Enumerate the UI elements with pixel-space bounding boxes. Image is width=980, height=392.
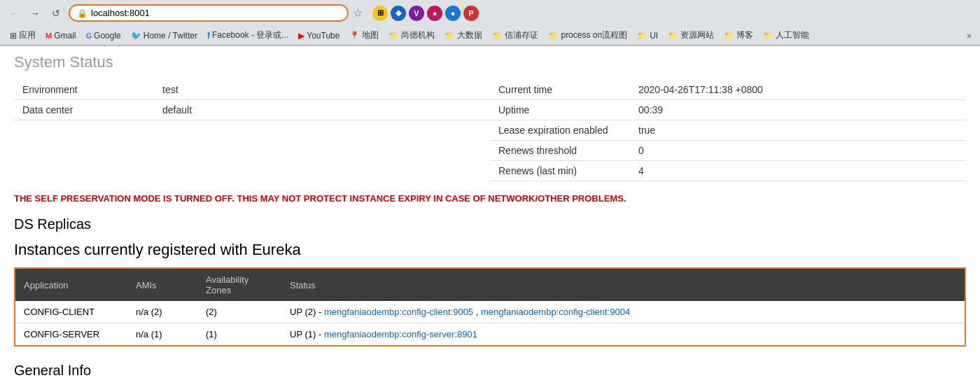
folder-icon-5: 📁: [637, 31, 648, 41]
bookmark-blog[interactable]: 📁 博客: [720, 28, 757, 43]
row-value: default: [154, 100, 490, 120]
youtube-icon: ▶: [298, 31, 304, 41]
bookmark-star-button[interactable]: ☆: [353, 6, 363, 20]
table-row: Renews threshold0: [490, 141, 966, 161]
bookmark-xinpu[interactable]: 📁 信浦存证: [488, 28, 542, 43]
info-tables: EnvironmenttestData centerdefault Curren…: [14, 80, 966, 181]
app-name: CONFIG-CLIENT: [15, 301, 127, 323]
bookmark-shangde[interactable]: 📁 尚德机构: [384, 28, 439, 43]
app-name: CONFIG-SERVER: [15, 323, 127, 346]
profile-icon-pink[interactable]: ●: [427, 6, 442, 21]
facebook-icon: f: [207, 31, 210, 41]
status-value: UP (2) - mengfaniaodembp:config-client:9…: [281, 301, 965, 323]
row-label: Data center: [14, 100, 154, 120]
table-row: Current time2020-04-26T17:11:38 +0800: [490, 80, 966, 100]
forward-button[interactable]: →: [27, 5, 43, 22]
warning-message: THE SELF PRESERVATION MODE IS TURNED OFF…: [14, 192, 966, 205]
row-label: Lease expiration enabled: [490, 120, 630, 141]
extension-icons: ⊞ ◆ V ● ● P: [372, 6, 479, 21]
bookmark-resources[interactable]: 📁 资源网站: [664, 28, 718, 43]
table-row: Environmenttest: [14, 80, 490, 100]
table-header-row: Application AMIs Availability Zones Stat…: [15, 269, 965, 301]
right-info-table: Current time2020-04-26T17:11:38 +0800Upt…: [490, 80, 966, 181]
col-amis: AMIs: [127, 269, 197, 301]
ds-replicas-title: DS Replicas: [14, 216, 966, 232]
amis-value: n/a (2): [127, 301, 197, 323]
folder-icon-8: 📁: [763, 31, 774, 41]
instance-link[interactable]: mengfaniaodembp:config-client:9004: [481, 307, 630, 317]
row-value: true: [630, 120, 966, 141]
profile-icon-red[interactable]: P: [463, 6, 479, 21]
table-row: Uptime00:39: [490, 100, 966, 120]
row-value: 4: [630, 161, 966, 181]
back-button[interactable]: ←: [6, 5, 22, 22]
apps-icon: ⊞: [10, 31, 17, 41]
status-value: UP (1) - mengfaniaodembp:config-server:8…: [281, 323, 965, 346]
row-label: Renews (last min): [490, 161, 630, 181]
bookmark-twitter[interactable]: 🐦 Home / Twitter: [127, 29, 202, 42]
browser-chrome: ← → ↺ 🔒 ☆ ⊞ ◆ V ● ● P ⊞ 应用 M Gmail G Goo…: [0, 0, 980, 46]
col-zones: Availability Zones: [197, 269, 281, 301]
col-application: Application: [15, 269, 127, 301]
row-label: Current time: [490, 80, 630, 100]
folder-icon-4: 📁: [548, 31, 559, 41]
row-value: 00:39: [630, 100, 966, 120]
bookmark-gmail[interactable]: M Gmail: [41, 29, 80, 42]
maps-icon: 📍: [349, 31, 360, 41]
bookmark-facebook[interactable]: f Facebook - 登录或...: [203, 28, 293, 43]
folder-icon-7: 📁: [724, 31, 734, 41]
table-row: Renews (last min)4: [490, 161, 966, 181]
ext-icon-1[interactable]: ⊞: [372, 6, 388, 21]
eureka-table: Application AMIs Availability Zones Stat…: [15, 269, 965, 345]
table-row: CONFIG-CLIENT n/a (2) (2) UP (2) - mengf…: [15, 301, 965, 323]
row-value: test: [154, 80, 490, 100]
google-icon: G: [86, 31, 92, 40]
folder-icon-3: 📁: [492, 31, 503, 41]
profile-icon-purple[interactable]: V: [409, 6, 424, 21]
bookmark-maps[interactable]: 📍 地图: [345, 28, 383, 43]
page-title: System Status: [14, 53, 966, 71]
instances-title: Instances currently registered with Eure…: [14, 241, 966, 259]
row-label: Environment: [14, 80, 154, 100]
amis-value: n/a (1): [127, 323, 197, 346]
eureka-table-wrapper: Application AMIs Availability Zones Stat…: [14, 267, 966, 346]
table-row: Lease expiration enabledtrue: [490, 120, 966, 141]
folder-icon-6: 📁: [668, 31, 678, 41]
bookmarks-bar: ⊞ 应用 M Gmail G Google 🐦 Home / Twitter f…: [0, 26, 980, 46]
right-info-table-wrapper: Current time2020-04-26T17:11:38 +0800Upt…: [490, 80, 966, 181]
instance-link[interactable]: mengfaniaodembp:config-server:8901: [324, 329, 477, 340]
address-input[interactable]: [91, 8, 340, 18]
row-label: Renews threshold: [490, 141, 630, 161]
col-status: Status: [281, 269, 965, 301]
address-bar-wrapper: 🔒: [69, 4, 349, 22]
general-info-title: General Info: [14, 363, 966, 379]
table-row: Data centerdefault: [14, 100, 490, 120]
page-content: System Status EnvironmenttestData center…: [0, 46, 980, 386]
browser-toolbar: ← → ↺ 🔒 ☆ ⊞ ◆ V ● ● P: [0, 0, 980, 26]
bookmarks-more-button[interactable]: »: [964, 29, 974, 42]
bookmark-ai[interactable]: 📁 人工智能: [759, 28, 813, 43]
gmail-icon: M: [46, 31, 52, 40]
bookmark-google[interactable]: G Google: [82, 29, 125, 42]
twitter-icon: 🐦: [131, 31, 141, 41]
folder-icon-2: 📁: [444, 31, 455, 41]
bookmark-process[interactable]: 📁 process on流程图: [544, 28, 631, 43]
profile-icon-light-blue[interactable]: ●: [445, 6, 461, 21]
profile-icon-blue[interactable]: ◆: [391, 6, 406, 21]
zones-value: (1): [197, 323, 281, 346]
refresh-button[interactable]: ↺: [48, 5, 64, 22]
bookmark-ui[interactable]: 📁 UI: [633, 29, 662, 42]
bookmark-youtube[interactable]: ▶ YouTube: [294, 29, 344, 42]
bookmark-apps[interactable]: ⊞ 应用: [6, 28, 40, 43]
row-value: 2020-04-26T17:11:38 +0800: [630, 80, 966, 100]
row-label: Uptime: [490, 100, 630, 120]
folder-icon-1: 📁: [388, 31, 399, 41]
table-row: CONFIG-SERVER n/a (1) (1) UP (1) - mengf…: [15, 323, 965, 346]
left-info-table: EnvironmenttestData centerdefault: [14, 80, 490, 120]
bookmark-bigdata[interactable]: 📁 大数据: [440, 28, 486, 43]
row-value: 0: [630, 141, 966, 161]
left-info-table-wrapper: EnvironmenttestData centerdefault: [14, 80, 490, 181]
lock-icon: 🔒: [77, 8, 88, 18]
instance-link[interactable]: mengfaniaodembp:config-client:9005: [324, 307, 473, 317]
zones-value: (2): [197, 301, 281, 323]
